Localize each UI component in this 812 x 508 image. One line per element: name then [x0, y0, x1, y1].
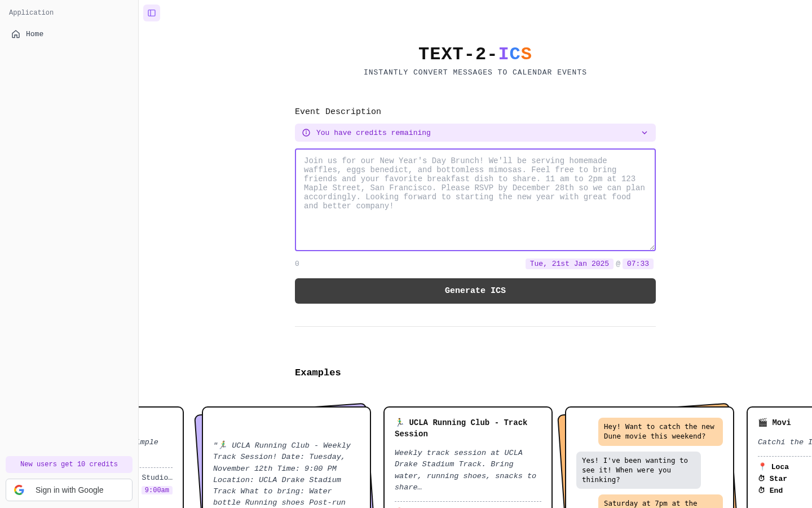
page-title: TEXT-2-ICS [295, 44, 656, 65]
example-card-title: 🏃‍♂️ UCLA Running Club - Track Session [395, 418, 541, 440]
generate-ics-button[interactable]: Generate ICS [295, 278, 656, 304]
examples-strip[interactable]: rkshop itar worksh ords, strum imple son… [139, 406, 812, 508]
info-icon [302, 128, 311, 137]
meta-row: 0 Tue, 21st Jan 2025 @ 07:33 [295, 259, 656, 269]
example-card-body: Weekly track session at UCLA Drake Stadi… [395, 448, 541, 493]
current-date-chip: Tue, 21st Jan 2025 [526, 259, 614, 269]
credits-remaining-row[interactable]: You have credits remaining [295, 124, 656, 142]
example-card[interactable]: rkshop itar worksh ords, strum imple son… [139, 406, 189, 508]
example-card-title: 🎬 Movi [758, 418, 812, 429]
example-card-body: itar worksh ords, strum imple song… [139, 437, 173, 460]
example-card[interactable]: "🏃‍♂️ UCLA Running Club - Weekly Track S… [202, 406, 371, 508]
sidebar: Application Home New users get 10 credit… [0, 0, 139, 508]
svg-rect-0 [148, 10, 155, 16]
example-card[interactable]: 🎬 Movi Catchi the IM 📍 Loca ⏱ Star ⏱ End [747, 406, 812, 508]
event-description-input[interactable] [295, 148, 656, 251]
chat-bubble: Yes! I've been wanting to see it! When w… [576, 452, 701, 489]
sidebar-item-home[interactable]: Home [9, 26, 129, 42]
example-card[interactable]: 🏃‍♂️ UCLA Running Club - Track Session W… [383, 406, 553, 508]
example-card-body: Catchi the IM [758, 437, 812, 448]
event-description-label: Event Description [295, 107, 656, 117]
example-card-title: rkshop [139, 418, 173, 429]
page-subtitle: INSTANTLY CONVERT MESSAGES TO CALENDAR E… [295, 68, 656, 77]
credits-remaining-text: You have credits remaining [316, 129, 431, 137]
sidebar-toggle-button[interactable] [143, 5, 160, 21]
sidebar-item-label: Home [26, 30, 43, 38]
home-icon [11, 29, 20, 38]
google-logo-icon [14, 485, 24, 495]
google-signin-label: Sign in with Google [36, 485, 104, 494]
google-signin-button[interactable]: Sign in with Google [6, 479, 133, 501]
current-time-chip: 07:33 [623, 259, 654, 269]
at-separator: @ [616, 260, 620, 268]
main: TEXT-2-ICS INSTANTLY CONVERT MESSAGES TO… [139, 0, 812, 508]
chat-bubble: Hey! Want to catch the new Dune movie th… [598, 418, 723, 446]
divider [295, 326, 656, 327]
chevron-down-icon [640, 128, 649, 137]
chat-bubble: Saturday at 7pm at the IMAX? They have g… [598, 494, 723, 508]
example-card[interactable]: Hey! Want to catch the new Dune movie th… [565, 406, 734, 508]
credits-banner: New users get 10 credits [6, 456, 133, 473]
char-count: 0 [295, 260, 523, 268]
examples-label: Examples [295, 367, 656, 378]
svg-point-4 [306, 131, 307, 132]
example-card-quote: "🏃‍♂️ UCLA Running Club - Weekly Track S… [213, 440, 360, 508]
sidebar-header: Application [9, 9, 129, 17]
